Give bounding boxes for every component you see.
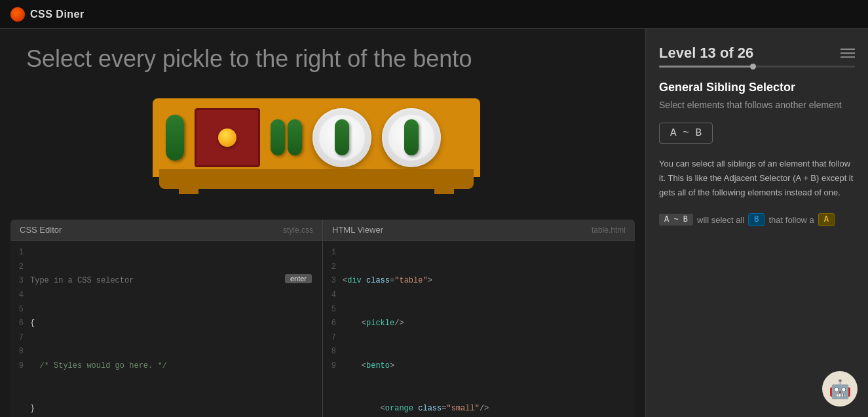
table-bottom: [159, 169, 474, 189]
html-line-2: <pickle/>: [343, 317, 630, 331]
app-header: CSS Diner: [0, 0, 868, 29]
level-progress-bar: [659, 66, 855, 68]
css-editor-title: CSS Editor: [20, 225, 62, 235]
pickle-5: [404, 119, 419, 155]
plate-inner: [319, 115, 365, 161]
css-line-4: }: [30, 402, 317, 416]
badge-b: B: [748, 213, 764, 226]
html-line-1: <div class="table">: [343, 274, 630, 288]
pickle-1: [166, 115, 184, 161]
orange-item: [218, 129, 236, 147]
right-panel: Level 13 of 26 General Sibling Selector …: [645, 29, 868, 417]
example-text-that-follow: that follow a: [768, 215, 814, 225]
html-editor-filename: table.html: [592, 226, 626, 235]
badge-ab: A ~ B: [659, 214, 693, 226]
table-top: [153, 98, 480, 177]
avatar: 🤖: [822, 371, 858, 407]
css-line-numbers: 1234 56789: [10, 246, 30, 412]
menu-button[interactable]: [840, 49, 855, 58]
plate-inner-2: [388, 115, 434, 161]
html-code-content: <div class="table"> <pickle/> <bento> <o…: [343, 246, 635, 412]
main-layout: Select every pickle to the right of the …: [0, 29, 868, 417]
css-editor-body: 1234 56789 enter { /* Styles would go he…: [10, 241, 322, 417]
selector-syntax: A ~ B: [659, 123, 713, 144]
avatar-container: 🤖: [823, 372, 863, 412]
css-line-2: {: [30, 317, 317, 331]
html-line-4: <orange class="small"/>: [343, 402, 630, 416]
css-editor-filename: style.css: [283, 226, 313, 235]
example-row: A ~ B will select all B that follow a A: [659, 213, 855, 226]
pickle-4: [335, 119, 349, 155]
plate-1: [312, 108, 371, 167]
example-text-will-select: will select all: [697, 215, 744, 225]
progress-dot: [750, 64, 756, 70]
html-line-3: <bento>: [343, 359, 630, 374]
selector-desc: Select elements that follows another ele…: [659, 98, 855, 112]
menu-line-2: [840, 52, 855, 54]
bento-box: [195, 108, 260, 167]
selector-type: General Sibling Selector: [659, 81, 855, 94]
table-leg-right: [434, 182, 454, 194]
pickle-2: [271, 119, 285, 155]
menu-line-3: [840, 56, 855, 58]
table-scene: [0, 83, 645, 214]
pickle-pair: [271, 119, 302, 155]
editors-container: CSS Editor style.css 1234 56789 enter {: [10, 220, 635, 417]
level-header: Level 13 of 26: [659, 45, 855, 62]
css-editor-panel: CSS Editor style.css 1234 56789 enter {: [10, 220, 323, 417]
app-title: CSS Diner: [30, 9, 85, 20]
html-line-numbers: 1234 56789: [323, 246, 343, 412]
pickle-3: [288, 119, 302, 155]
level-title: Level 13 of 26: [659, 45, 753, 62]
enter-button[interactable]: enter: [285, 274, 312, 283]
css-editor-header: CSS Editor style.css: [10, 220, 322, 241]
table-3d: [153, 98, 493, 200]
menu-line-1: [840, 49, 855, 50]
html-editor-body: 1234 56789 <div class="table"> <pickle/>…: [323, 241, 635, 417]
css-line-3: /* Styles would go here. */: [30, 359, 317, 374]
css-code-content: enter { /* Styles would go here. */ } /*…: [30, 246, 322, 412]
css-input-line[interactable]: enter: [30, 274, 317, 288]
selector-explanation: You can select all siblings of an elemen…: [659, 157, 855, 200]
html-editor-title: HTML Viewer: [332, 225, 383, 235]
css-input[interactable]: [30, 274, 285, 288]
html-viewer-panel: HTML Viewer table.html 1234 56789 <div c…: [323, 220, 635, 417]
plate-2: [382, 108, 441, 167]
left-panel: Select every pickle to the right of the …: [0, 29, 645, 417]
challenge-title: Select every pickle to the right of the …: [0, 29, 645, 83]
level-progress-fill: [659, 66, 753, 68]
html-editor-header: HTML Viewer table.html: [323, 220, 635, 241]
badge-a: A: [818, 213, 835, 226]
table-leg-left: [179, 182, 198, 194]
app-logo: [10, 7, 25, 22]
